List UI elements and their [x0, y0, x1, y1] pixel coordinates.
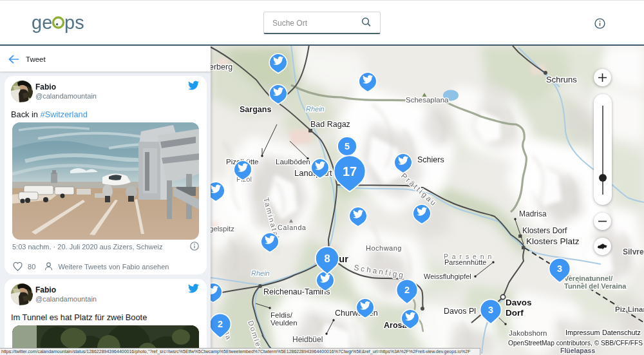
svg-text:Schiers: Schiers [417, 155, 444, 164]
svg-text:Silvrett: Silvrett [623, 247, 644, 256]
svg-text:Schruns: Schruns [546, 75, 577, 84]
svg-text:Tunnel del Veraina: Tunnel del Veraina [564, 282, 627, 290]
svg-text:Klosters Dorf: Klosters Dorf [522, 226, 567, 235]
svg-text:3: 3 [488, 305, 493, 315]
svg-text:Davos: Davos [506, 298, 532, 307]
svg-text:Vereinatunnel/: Vereinatunnel/ [564, 274, 612, 282]
svg-text:Flüelapass: Flüelapass [560, 347, 595, 354]
svg-text:Piz Linar: Piz Linar [615, 305, 644, 313]
svg-text:Calanda: Calanda [278, 224, 307, 231]
svg-text:Impressum: Impressum [565, 329, 600, 336]
svg-text:Rhein: Rhein [251, 269, 270, 277]
svg-text:OpenStreetMap contributors, ©: OpenStreetMap contributors, © SBB/CFF/FF… [508, 340, 643, 347]
svg-text:Parsennhütte: Parsennhütte [444, 258, 486, 266]
svg-text:ps: ps [64, 14, 84, 33]
svg-text:erberg: erberg [211, 62, 232, 72]
svg-text:Jakobshorn: Jakobshorn [509, 329, 547, 337]
svg-text:Rhein: Rhein [306, 105, 325, 113]
svg-text:Hochwang: Hochwang [366, 244, 402, 252]
svg-text:Bad Ragaz: Bad Ragaz [310, 120, 350, 129]
svg-text:Klosters Platz: Klosters Platz [526, 236, 580, 246]
svg-text:5: 5 [345, 141, 350, 151]
svg-text:Veulden: Veulden [270, 319, 298, 327]
svg-text:2: 2 [404, 285, 410, 295]
svg-text:Feldis/: Feldis/ [270, 311, 293, 319]
svg-text:Weissfluhgipfel: Weissfluhgipfel [424, 273, 471, 280]
svg-text:Heidbüel: Heidbüel [292, 335, 323, 344]
svg-text:8: 8 [324, 253, 330, 264]
svg-text:Sargans: Sargans [240, 105, 271, 114]
svg-text:17: 17 [343, 164, 357, 178]
svg-text:Madrisa: Madrisa [519, 209, 547, 218]
svg-text:Dorf: Dorf [506, 308, 524, 318]
svg-text:2: 2 [218, 319, 223, 329]
svg-text:gelspitz: gelspitz [211, 225, 234, 233]
svg-text:ge: ge [32, 14, 52, 33]
svg-text:Laulböden: Laulböden [276, 158, 310, 166]
svg-text:Reichenau-Tamins: Reichenau-Tamins [263, 287, 330, 296]
svg-text:3: 3 [557, 264, 562, 274]
svg-text:Schesaplana: Schesaplana [406, 96, 449, 104]
svg-text:Datenschutz: Datenschutz [602, 329, 641, 336]
svg-text:Davos Pl: Davos Pl [444, 307, 476, 316]
